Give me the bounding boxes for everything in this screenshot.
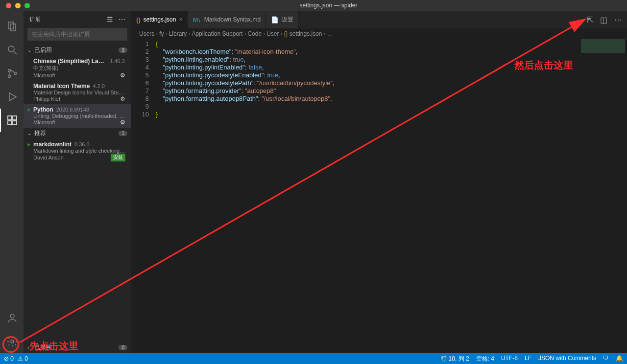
extension-item[interactable]: ★Python2020.6.89148Linting, Debugging (m…: [24, 104, 131, 128]
annotation-circle: [2, 336, 19, 353]
tab-settings-ui[interactable]: 📄设置: [266, 11, 299, 28]
annotation-text-top: 然后点击这里: [514, 59, 573, 72]
svg-rect-10: [13, 121, 17, 125]
close-window-button[interactable]: [6, 3, 11, 8]
svg-point-2: [8, 46, 14, 52]
installed-count-badge: 3: [119, 47, 127, 53]
status-item[interactable]: 空格: 4: [476, 355, 494, 363]
filter-icon[interactable]: ☰: [107, 16, 114, 23]
breadcrumb-item[interactable]: Users: [139, 30, 154, 37]
annotation-text-bottom: 先点击这里: [29, 340, 78, 353]
breadcrumb-item[interactable]: fy: [159, 30, 164, 37]
extensions-sidebar: 扩展 ☰ ⋯ ⌄ 已启用 3 Chinese (Simplified) Lang…: [24, 11, 131, 353]
extension-search-input[interactable]: [27, 28, 127, 41]
status-item[interactable]: UTF-8: [501, 355, 518, 363]
svg-rect-1: [10, 24, 16, 31]
status-item[interactable]: 🔔: [616, 355, 623, 363]
recommended-count-badge: 1: [119, 131, 127, 136]
activity-bar: [0, 11, 24, 353]
editor-tabs: {}settings.json×M↓Markdown Syntax.md📄设置 …: [131, 11, 627, 28]
breadcrumb-item[interactable]: {} settings.json: [284, 30, 322, 37]
minimize-window-button[interactable]: [15, 3, 21, 8]
split-editor-icon[interactable]: ◫: [600, 15, 607, 24]
status-item[interactable]: LF: [525, 355, 531, 363]
svg-point-4: [8, 69, 11, 72]
breadcrumb[interactable]: Users›fy›Library›Application Support›Cod…: [131, 28, 627, 39]
line-numbers: 12345678910: [131, 40, 156, 353]
extensions-icon[interactable]: [0, 109, 24, 132]
status-item[interactable]: ⊘ 0: [4, 355, 14, 362]
svg-rect-0: [8, 22, 14, 29]
maximize-window-button[interactable]: [24, 3, 30, 8]
more-actions-icon[interactable]: ⋯: [614, 15, 622, 24]
svg-rect-8: [8, 116, 12, 120]
svg-marker-7: [9, 93, 16, 101]
breadcrumb-item[interactable]: Application Support: [192, 30, 242, 37]
svg-line-3: [14, 51, 17, 54]
extension-item[interactable]: Material Icon Theme4.2.0Material Design …: [24, 81, 131, 104]
account-icon[interactable]: [0, 306, 24, 330]
code-editor[interactable]: { "workbench.iconTheme": "material-icon-…: [156, 40, 627, 353]
gear-icon[interactable]: ⚙: [120, 95, 125, 102]
window-title: settings.json — spider: [30, 2, 627, 9]
section-recommended[interactable]: ⌄ 推荐 1: [24, 128, 131, 139]
gear-icon[interactable]: ⚙: [120, 119, 125, 126]
status-item[interactable]: ⚠ 0: [18, 355, 28, 362]
svg-rect-9: [8, 121, 12, 125]
breadcrumb-item[interactable]: User: [266, 30, 279, 37]
extension-item[interactable]: Chinese (Simplified) Langua…1.46.3中文(简体)…: [24, 56, 131, 81]
explorer-icon[interactable]: [0, 15, 24, 38]
minimap[interactable]: [581, 39, 625, 59]
extension-item[interactable]: ★markdownlint0.36.0Markdown linting and …: [24, 139, 131, 163]
breadcrumb-item[interactable]: Library: [169, 30, 187, 37]
sidebar-title: 扩展: [29, 16, 102, 23]
svg-point-12: [10, 314, 14, 318]
svg-rect-11: [13, 116, 17, 120]
tab-md[interactable]: M↓Markdown Syntax.md: [188, 11, 266, 28]
tab-settings[interactable]: {}settings.json×: [131, 11, 188, 28]
debug-icon[interactable]: [0, 85, 24, 109]
status-item[interactable]: 🗨: [603, 355, 609, 363]
close-icon[interactable]: ×: [179, 16, 182, 23]
open-settings-json-icon[interactable]: ⇱: [587, 15, 593, 24]
more-icon[interactable]: ⋯: [119, 16, 126, 23]
disabled-count-badge: 0: [119, 345, 127, 350]
section-installed[interactable]: ⌄ 已启用 3: [24, 45, 131, 56]
search-icon[interactable]: [0, 38, 24, 62]
breadcrumb-item[interactable]: Code: [247, 30, 262, 37]
source-control-icon[interactable]: [0, 62, 24, 85]
svg-point-5: [8, 75, 11, 78]
status-item[interactable]: 行 10, 列 2: [441, 355, 469, 363]
titlebar: settings.json — spider: [0, 0, 627, 11]
install-button[interactable]: 安装: [111, 154, 125, 161]
breadcrumb-item[interactable]: …: [327, 30, 333, 37]
status-item[interactable]: JSON with Comments: [538, 355, 596, 363]
gear-icon[interactable]: ⚙: [120, 72, 125, 79]
status-bar: ⊘ 0⚠ 0 行 10, 列 2空格: 4UTF-8LFJSON with Co…: [0, 353, 627, 364]
